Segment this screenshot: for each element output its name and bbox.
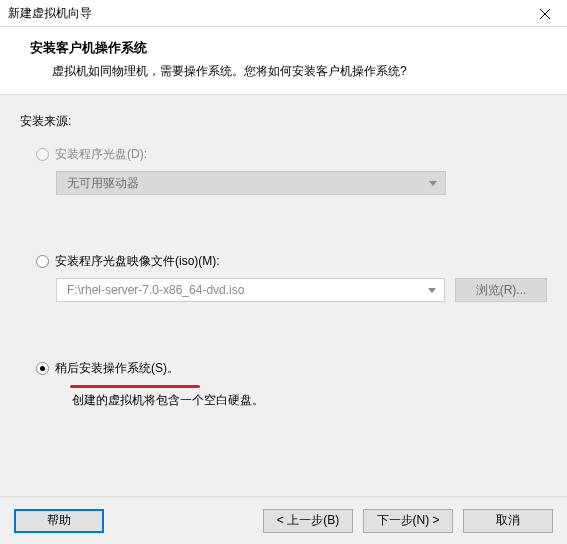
header: 安装客户机操作系统 虚拟机如同物理机，需要操作系统。您将如何安装客户机操作系统?: [0, 27, 567, 95]
radio-disc-label: 安装程序光盘(D):: [55, 146, 147, 163]
back-button-label: < 上一步(B): [277, 512, 339, 529]
radio-iso[interactable]: [36, 255, 49, 268]
disc-dropdown-value: 无可用驱动器: [67, 175, 139, 192]
radio-later-label: 稍后安装操作系统(S)。: [55, 360, 179, 377]
titlebar: 新建虚拟机向导: [0, 0, 567, 27]
browse-button-label: 浏览(R)...: [476, 282, 527, 299]
close-icon: [540, 9, 550, 19]
iso-path-value: F:\rhel-server-7.0-x86_64-dvd.iso: [67, 283, 244, 297]
radio-iso-row[interactable]: 安装程序光盘映像文件(iso)(M):: [36, 253, 547, 270]
iso-path-dropdown[interactable]: F:\rhel-server-7.0-x86_64-dvd.iso: [56, 278, 445, 302]
header-subtitle: 虚拟机如同物理机，需要操作系统。您将如何安装客户机操作系统?: [30, 63, 551, 80]
option-iso: 安装程序光盘映像文件(iso)(M): F:\rhel-server-7.0-x…: [36, 253, 547, 302]
disc-dropdown[interactable]: 无可用驱动器: [56, 171, 446, 195]
option-disc: 安装程序光盘(D): 无可用驱动器: [36, 146, 547, 195]
cancel-button[interactable]: 取消: [463, 509, 553, 533]
option-later: 稍后安装操作系统(S)。 创建的虚拟机将包含一个空白硬盘。: [36, 360, 547, 409]
annotation-underline: [70, 385, 200, 388]
close-button[interactable]: [522, 0, 567, 27]
window-title: 新建虚拟机向导: [8, 5, 92, 22]
cancel-button-label: 取消: [496, 512, 520, 529]
radio-later[interactable]: [36, 362, 49, 375]
help-button[interactable]: 帮助: [14, 509, 104, 533]
wizard-window: 新建虚拟机向导 安装客户机操作系统 虚拟机如同物理机，需要操作系统。您将如何安装…: [0, 0, 567, 544]
chevron-down-icon: [428, 288, 436, 293]
content: 安装来源: 安装程序光盘(D): 无可用驱动器 安装程序光盘映像文件(iso)(…: [0, 95, 567, 496]
radio-disc-row[interactable]: 安装程序光盘(D):: [36, 146, 547, 163]
source-label: 安装来源:: [20, 113, 547, 130]
next-button[interactable]: 下一步(N) >: [363, 509, 453, 533]
back-button[interactable]: < 上一步(B): [263, 509, 353, 533]
radio-iso-label: 安装程序光盘映像文件(iso)(M):: [55, 253, 220, 270]
later-note: 创建的虚拟机将包含一个空白硬盘。: [72, 392, 547, 409]
radio-disc[interactable]: [36, 148, 49, 161]
header-title: 安装客户机操作系统: [30, 39, 551, 57]
browse-button[interactable]: 浏览(R)...: [455, 278, 547, 302]
chevron-down-icon: [429, 181, 437, 186]
next-button-label: 下一步(N) >: [377, 512, 440, 529]
radio-later-row[interactable]: 稍后安装操作系统(S)。: [36, 360, 547, 377]
footer: 帮助 < 上一步(B) 下一步(N) > 取消: [0, 496, 567, 544]
help-button-label: 帮助: [47, 512, 71, 529]
